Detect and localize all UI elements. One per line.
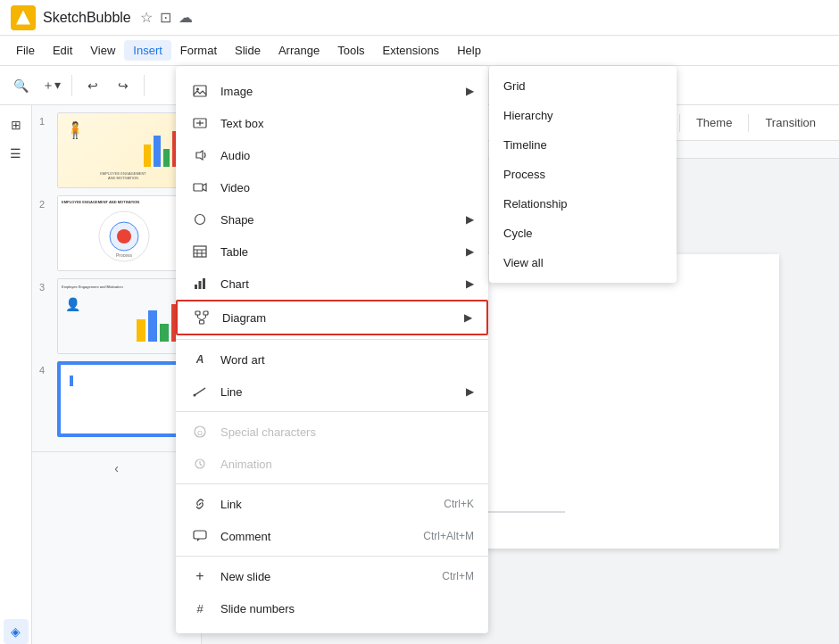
slide-img-1[interactable]: 🧍 EMPLOYEE ENGAGEMENTAND MOTIVATION [57,112,189,188]
menu-section-3: Ω Special characters Animation [176,412,488,484]
menu-item-audio[interactable]: Audio [176,139,488,171]
svg-rect-16 [194,246,206,257]
menu-tools[interactable]: Tools [328,40,373,61]
wordart-icon: A [190,350,210,369]
submenu-grid[interactable]: Grid [489,71,677,101]
svg-rect-8 [194,86,206,96]
redo-icon[interactable]: ↪ [110,72,137,99]
menu-view[interactable]: View [81,40,124,61]
menu-item-line[interactable]: Line ▶ [176,376,488,408]
menu-file[interactable]: File [7,40,44,61]
submenu-relationship[interactable]: Relationship [489,189,677,219]
audio-label: Audio [220,149,474,162]
newslide-icon: + [190,566,210,586]
menu-item-table[interactable]: Table ▶ [176,235,488,268]
menu-item-link[interactable]: Link Ctrl+K [176,488,488,520]
image-label: Image [220,85,459,98]
svg-line-36 [199,503,201,505]
menu-item-animation[interactable]: Animation [176,448,488,480]
menu-section-1: Image ▶ Text box Audio Video [176,71,488,340]
svg-point-15 [195,215,205,225]
cloud-icon[interactable]: ☁ [179,9,193,26]
svg-text:Ω: Ω [197,429,203,437]
svg-rect-23 [203,278,205,289]
menu-item-shape[interactable]: Shape ▶ [176,203,488,235]
menu-slide[interactable]: Slide [226,40,270,61]
submenu-hierarchy[interactable]: Hierarchy [489,101,677,130]
slide3-chart [137,297,181,342]
slide-img-3[interactable]: Employee Engagement and Motivation 👤 [57,278,189,354]
chevron-left-icon[interactable]: ‹ [114,461,119,475]
link-icon [190,494,210,514]
table-arrow: ▶ [466,245,474,258]
diagram-label: Diagram [222,311,457,325]
slide1-chart-icon [144,122,179,167]
slide3-title: Employee Engagement and Motivation [62,285,123,289]
slide-thumb-1[interactable]: 1 🧍 EMPLOYEE ENGAGEMENTAND MOTIVATION [39,112,194,188]
menu-item-comment[interactable]: Comment Ctrl+Alt+M [176,520,488,552]
svg-rect-25 [204,311,208,315]
wordart-label: Word art [220,353,474,367]
menu-help[interactable]: Help [448,40,490,61]
newslide-label: New slide [220,570,442,583]
slide-thumb-3[interactable]: 3 Employee Engagement and Motivation 👤 [39,278,194,354]
layers-tool[interactable]: ◈ [4,619,29,644]
menu-item-diagram[interactable]: Diagram ▶ [176,300,488,335]
menu-format[interactable]: Format [171,40,226,61]
menu-insert[interactable]: Insert [124,40,171,61]
toolbar-div-3 [748,114,749,132]
app-logo [11,5,36,30]
star-icon[interactable]: ☆ [140,9,153,26]
svg-rect-4 [137,319,145,342]
slide-img-4[interactable] [57,361,189,437]
slide3-person-icon: 👤 [65,297,80,311]
slide-thumb-4[interactable]: 4 [39,361,194,437]
menu-item-image[interactable]: Image ▶ [176,75,488,107]
title-icons: ☆ ⊡ ☁ [140,9,193,26]
zoom-button[interactable]: ＋▾ [37,72,64,99]
submenu-process[interactable]: Process [489,160,677,189]
svg-text:Process: Process [116,252,133,258]
slide-img-2[interactable]: EMPLOYEE ENGAGEMENT AND MOTIVATION Proce… [57,195,189,271]
menu-item-specialchars[interactable]: Ω Special characters [176,416,488,448]
video-label: Video [220,181,474,194]
diagram-icon [192,308,212,327]
app-title: SketchBubble [43,10,131,26]
textbox-label: Text box [220,117,474,130]
hand-tool[interactable]: ☰ [4,141,29,166]
top-bar: SketchBubble ☆ ⊡ ☁ [0,0,839,36]
specialchars-icon: Ω [190,422,210,442]
search-icon[interactable]: 🔍 [7,72,34,99]
slide-thumb-2[interactable]: 2 EMPLOYEE ENGAGEMENT AND MOTIVATION Pro… [39,195,194,271]
shape-icon [190,210,210,229]
folder-icon[interactable]: ⊡ [160,9,171,26]
menu-item-newslide[interactable]: + New slide Ctrl+M [176,560,488,592]
svg-line-31 [195,388,205,395]
slide1-label: EMPLOYEE ENGAGEMENTAND MOTIVATION [62,171,185,180]
submenu-viewall[interactable]: View all [489,248,677,277]
grid-view-tool[interactable]: ⊞ [4,112,29,137]
menu-arrange[interactable]: Arrange [270,40,328,61]
submenu-timeline[interactable]: Timeline [489,130,677,160]
chart-icon [190,274,210,293]
table-label: Table [220,245,459,259]
animation-icon [190,454,210,474]
table-icon [190,242,210,261]
diagram-arrow: ▶ [464,311,472,324]
menu-extensions[interactable]: Extensions [374,40,449,61]
menu-edit[interactable]: Edit [44,40,81,61]
menu-item-video[interactable]: Video [176,171,488,203]
submenu-cycle[interactable]: Cycle [489,219,677,248]
menu-item-textbox[interactable]: Text box [176,107,488,139]
transition-button[interactable]: Transition [752,111,828,135]
slide2-diagram: Process [67,209,181,264]
comment-label: Comment [220,530,423,543]
menu-item-wordart[interactable]: A Word art [176,343,488,376]
menu-item-slidenumbers[interactable]: # Slide numbers [176,592,488,624]
textbox-icon [190,113,210,133]
theme-button[interactable]: Theme [684,111,744,135]
undo-icon[interactable]: ↩ [79,72,106,99]
comment-shortcut: Ctrl+Alt+M [423,530,474,542]
menu-item-chart[interactable]: Chart ▶ [176,268,488,300]
slidenumbers-icon: # [190,599,210,618]
